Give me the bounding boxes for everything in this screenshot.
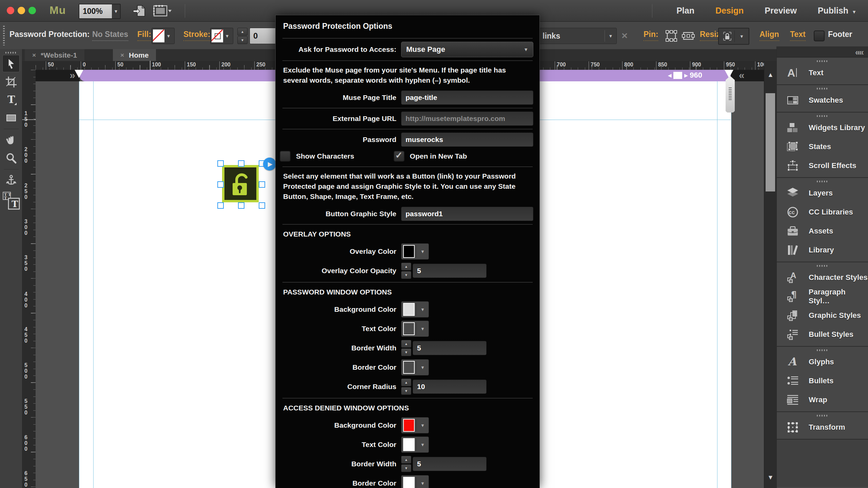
pw-border-width-stepper[interactable]: ▲▼ [401,340,411,356]
panel-item-graphic-styles[interactable]: Graphic Styles [777,306,868,325]
ad-border-color-swatch[interactable] [403,477,415,488]
password-input[interactable] [401,133,533,147]
panel-group-grip[interactable] [817,265,828,267]
view-options-button[interactable] [152,3,173,18]
ad-background-color-picker[interactable]: ▼ [401,417,429,433]
pw-background-color-picker[interactable]: ▼ [401,301,429,318]
ad-background-color-swatch[interactable] [403,419,415,432]
overlay-opacity-input[interactable] [413,264,487,278]
panel-item-text[interactable]: A Text [777,63,868,82]
hyperlink-dropdown[interactable]: links ▼ [537,28,617,44]
panel-item-library[interactable]: Library [777,241,868,260]
panel-item-scroll-effects[interactable]: Scroll Effects [777,156,868,175]
stroke-none-swatch[interactable] [212,29,223,42]
tab-website-1[interactable]: × *Website-1 [25,49,84,61]
panel-item-assets[interactable]: Assets [777,222,868,241]
selection-handle[interactable] [217,181,224,188]
panel-item-cc-libraries[interactable]: cc CC Libraries [777,203,868,222]
nav-plan[interactable]: Plan [676,6,694,16]
close-window-button[interactable] [7,7,14,14]
collapse-dock-icon[interactable]: «« [855,47,863,58]
resize-mode-control[interactable]: ▼ [718,28,749,45]
scroll-up-icon[interactable]: ▲ [764,71,777,79]
dropdown-arrow-icon[interactable]: ▼ [417,326,429,331]
panel-group-grip[interactable] [817,88,828,89]
control-strip-grip[interactable] [3,26,5,45]
zoom-tool-button[interactable] [3,150,19,166]
right-margin-guide[interactable] [717,81,717,488]
pw-text-color-picker[interactable]: ▼ [401,321,429,337]
text-tool-button[interactable]: T [3,92,19,108]
collapse-right-icon[interactable]: « [739,70,744,80]
place-file-button[interactable] [132,3,148,18]
panel-item-paragraph-styles[interactable]: ¶ Paragraph Styl… [777,287,868,306]
dropdown-arrow-icon[interactable]: ▼ [417,442,429,447]
panel-group-grip[interactable] [817,115,828,117]
scroll-down-icon[interactable]: ▼ [764,474,777,481]
selection-handle[interactable] [259,181,265,188]
selection-handle[interactable] [238,160,244,167]
selection-handle[interactable] [217,160,224,167]
overlay-color-picker[interactable]: ▼ [401,243,429,260]
page-left-edge-marker[interactable] [75,70,83,78]
selection-tool-button[interactable] [2,55,20,72]
stroke-weight-stepper[interactable]: ▲ ▼ [237,28,248,44]
panel-group-grip[interactable] [817,349,828,351]
selection-handle[interactable] [259,202,265,209]
pw-border-width-input[interactable] [413,341,487,355]
panel-group-grip[interactable] [817,181,828,182]
close-tab-icon[interactable]: × [32,52,36,59]
overlay-color-swatch[interactable] [403,245,415,258]
nav-preview[interactable]: Preview [765,6,797,16]
page-right-edge-marker[interactable] [725,70,733,78]
hyperlink-dropdown-arrow-icon[interactable]: ▼ [605,34,616,39]
panel-item-states[interactable]: States [777,137,868,156]
stroke-weight-field[interactable]: 0 [250,28,279,44]
footer-checkbox[interactable] [814,30,825,41]
overlay-opacity-stepper[interactable]: ▲▼ [401,263,411,279]
panel-item-transform[interactable]: Transform [777,418,868,437]
stroke-dropdown-arrow-icon[interactable]: ▼ [223,34,231,39]
tab-home[interactable]: × Home [113,49,156,61]
hyperlink-value[interactable]: links [538,32,605,41]
fill-none-swatch[interactable] [153,29,164,42]
states-dropdown[interactable]: No States [92,30,128,41]
button-graphic-style-input[interactable] [401,207,533,221]
panel-group-grip[interactable] [817,60,828,62]
stroke-weight-down-icon[interactable]: ▼ [237,36,248,44]
close-tab-icon[interactable]: × [120,52,124,59]
panel-item-wrap[interactable]: Wrap [777,390,868,409]
ad-border-width-input[interactable] [413,457,487,471]
panel-item-bullet-styles[interactable]: Bullet Styles [777,325,868,344]
fill-label[interactable]: Fill: [137,30,151,41]
panel-item-bullets[interactable]: Bullets [777,371,868,390]
ad-text-color-swatch[interactable] [403,438,415,451]
zoom-level-value[interactable]: 100% [79,4,112,18]
panel-item-character-styles[interactable]: A Character Styles [777,268,868,287]
text-link[interactable]: Text [790,30,806,41]
align-link[interactable]: Align [760,30,779,41]
panel-group-grip[interactable] [817,415,828,416]
selection-handle[interactable] [217,202,224,209]
fill-dropdown-arrow-icon[interactable]: ▼ [164,34,173,39]
password-protection-widget[interactable] [222,165,259,202]
ask-for-password-dropdown[interactable]: Muse Page ▼ [401,42,533,57]
width-right-arrow-icon[interactable]: ▶ [684,73,688,78]
text-frame-tool-button[interactable]: T TTT [2,190,21,211]
nav-publish[interactable]: Publish▼ [818,6,856,16]
panel-item-widgets-library[interactable]: Widgets Library [777,118,868,137]
pw-text-color-swatch[interactable] [403,322,415,335]
stroke-weight-up-icon[interactable]: ▲ [237,28,248,36]
pin-center-icon[interactable] [681,28,696,43]
scrollbar-thumb[interactable] [766,93,775,191]
hand-tool-button[interactable] [3,132,19,148]
page-width-drag-handle[interactable] [726,76,735,113]
panel-item-swatches[interactable]: Swatches [777,91,868,110]
selection-handle[interactable] [238,202,244,209]
tools-panel-grip[interactable] [5,52,17,54]
dropdown-arrow-icon[interactable]: ▼ [417,423,429,428]
panel-item-layers[interactable]: Layers [777,184,868,203]
pin-label[interactable]: Pin: [644,30,658,41]
crop-tool-button[interactable] [3,74,19,90]
zoom-dropdown-arrow-icon[interactable]: ▼ [112,4,120,18]
